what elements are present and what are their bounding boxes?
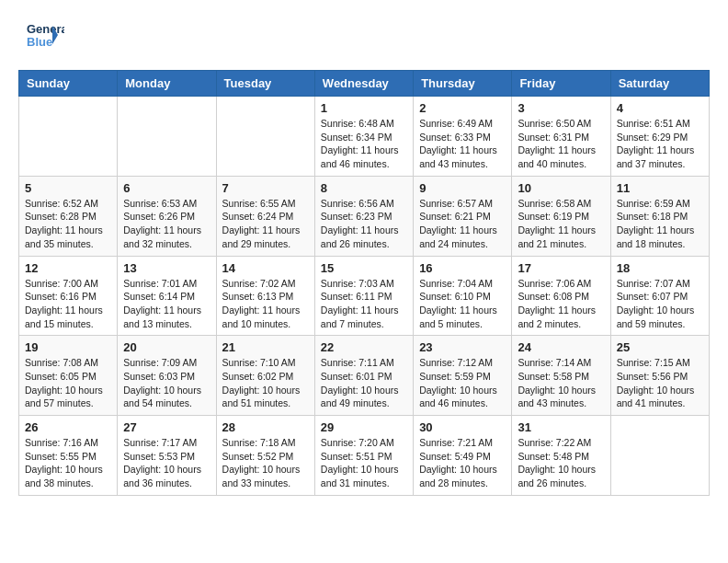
calendar-cell: 14Sunrise: 7:02 AM Sunset: 6:13 PM Dayli… (216, 256, 314, 336)
day-number: 8 (321, 181, 407, 195)
page-header: General Blue (18, 18, 710, 55)
day-number: 27 (123, 420, 210, 434)
calendar-week-row: 5Sunrise: 6:52 AM Sunset: 6:28 PM Daylig… (19, 176, 710, 256)
calendar-cell: 23Sunrise: 7:12 AM Sunset: 5:59 PM Dayli… (414, 336, 512, 416)
day-info: Sunrise: 7:17 AM Sunset: 5:53 PM Dayligh… (123, 436, 210, 490)
calendar-day-header: Saturday (610, 71, 709, 97)
day-number: 3 (518, 101, 604, 115)
day-number: 21 (222, 340, 309, 354)
day-info: Sunrise: 7:12 AM Sunset: 5:59 PM Dayligh… (419, 356, 506, 410)
calendar-day-header: Monday (118, 71, 216, 97)
day-number: 2 (419, 101, 506, 115)
day-info: Sunrise: 6:59 AM Sunset: 6:18 PM Dayligh… (617, 197, 703, 251)
calendar-cell: 24Sunrise: 7:14 AM Sunset: 5:58 PM Dayli… (512, 336, 610, 416)
day-info: Sunrise: 6:58 AM Sunset: 6:19 PM Dayligh… (518, 197, 604, 251)
day-info: Sunrise: 7:18 AM Sunset: 5:52 PM Dayligh… (222, 436, 309, 490)
day-info: Sunrise: 7:08 AM Sunset: 6:05 PM Dayligh… (25, 356, 111, 410)
day-number: 22 (321, 340, 407, 354)
calendar-day-header: Wednesday (314, 71, 413, 97)
calendar-cell (216, 97, 314, 177)
calendar-day-header: Thursday (414, 71, 512, 97)
calendar-cell: 16Sunrise: 7:04 AM Sunset: 6:10 PM Dayli… (414, 256, 512, 336)
svg-text:General: General (27, 22, 64, 36)
day-number: 19 (25, 340, 111, 354)
day-number: 24 (518, 340, 604, 354)
day-info: Sunrise: 7:00 AM Sunset: 6:16 PM Dayligh… (25, 277, 111, 331)
day-number: 1 (321, 101, 407, 115)
day-info: Sunrise: 7:14 AM Sunset: 5:58 PM Dayligh… (518, 356, 604, 410)
calendar-cell: 11Sunrise: 6:59 AM Sunset: 6:18 PM Dayli… (610, 176, 709, 256)
calendar-cell: 1Sunrise: 6:48 AM Sunset: 6:34 PM Daylig… (314, 97, 413, 177)
calendar-cell (118, 97, 216, 177)
calendar-cell: 30Sunrise: 7:21 AM Sunset: 5:49 PM Dayli… (414, 416, 512, 496)
day-info: Sunrise: 6:53 AM Sunset: 6:26 PM Dayligh… (123, 197, 210, 251)
day-number: 6 (123, 181, 210, 195)
day-number: 14 (222, 261, 309, 275)
svg-text:Blue: Blue (27, 35, 52, 49)
calendar-cell: 17Sunrise: 7:06 AM Sunset: 6:08 PM Dayli… (512, 256, 610, 336)
calendar-cell: 6Sunrise: 6:53 AM Sunset: 6:26 PM Daylig… (118, 176, 216, 256)
calendar-cell: 4Sunrise: 6:51 AM Sunset: 6:29 PM Daylig… (610, 97, 709, 177)
day-info: Sunrise: 7:06 AM Sunset: 6:08 PM Dayligh… (518, 277, 604, 331)
calendar-cell: 3Sunrise: 6:50 AM Sunset: 6:31 PM Daylig… (512, 97, 610, 177)
day-number: 23 (419, 340, 506, 354)
calendar-week-row: 26Sunrise: 7:16 AM Sunset: 5:55 PM Dayli… (19, 416, 710, 496)
day-info: Sunrise: 7:21 AM Sunset: 5:49 PM Dayligh… (419, 436, 506, 490)
calendar-cell: 26Sunrise: 7:16 AM Sunset: 5:55 PM Dayli… (19, 416, 118, 496)
day-info: Sunrise: 6:50 AM Sunset: 6:31 PM Dayligh… (518, 117, 604, 171)
day-info: Sunrise: 7:01 AM Sunset: 6:14 PM Dayligh… (123, 277, 210, 331)
day-number: 16 (419, 261, 506, 275)
day-info: Sunrise: 7:07 AM Sunset: 6:07 PM Dayligh… (617, 277, 703, 331)
day-info: Sunrise: 7:04 AM Sunset: 6:10 PM Dayligh… (419, 277, 506, 331)
calendar-day-header: Tuesday (216, 71, 314, 97)
day-number: 15 (321, 261, 407, 275)
calendar-cell: 27Sunrise: 7:17 AM Sunset: 5:53 PM Dayli… (118, 416, 216, 496)
calendar-cell: 22Sunrise: 7:11 AM Sunset: 6:01 PM Dayli… (314, 336, 413, 416)
day-info: Sunrise: 7:15 AM Sunset: 5:56 PM Dayligh… (617, 356, 703, 410)
calendar-cell: 2Sunrise: 6:49 AM Sunset: 6:33 PM Daylig… (414, 97, 512, 177)
day-number: 25 (617, 340, 703, 354)
calendar-cell: 19Sunrise: 7:08 AM Sunset: 6:05 PM Dayli… (19, 336, 118, 416)
calendar-table: SundayMondayTuesdayWednesdayThursdayFrid… (18, 70, 710, 496)
calendar-cell: 10Sunrise: 6:58 AM Sunset: 6:19 PM Dayli… (512, 176, 610, 256)
calendar-week-row: 12Sunrise: 7:00 AM Sunset: 6:16 PM Dayli… (19, 256, 710, 336)
day-number: 30 (419, 420, 506, 434)
calendar-cell: 15Sunrise: 7:03 AM Sunset: 6:11 PM Dayli… (314, 256, 413, 336)
day-info: Sunrise: 7:10 AM Sunset: 6:02 PM Dayligh… (222, 356, 309, 410)
day-number: 26 (25, 420, 111, 434)
calendar-cell: 13Sunrise: 7:01 AM Sunset: 6:14 PM Dayli… (118, 256, 216, 336)
calendar-cell: 31Sunrise: 7:22 AM Sunset: 5:48 PM Dayli… (512, 416, 610, 496)
day-number: 29 (321, 420, 407, 434)
logo: General Blue (18, 18, 64, 55)
day-number: 10 (518, 181, 604, 195)
day-info: Sunrise: 7:02 AM Sunset: 6:13 PM Dayligh… (222, 277, 309, 331)
day-info: Sunrise: 6:49 AM Sunset: 6:33 PM Dayligh… (419, 117, 506, 171)
day-number: 5 (25, 181, 111, 195)
day-info: Sunrise: 6:57 AM Sunset: 6:21 PM Dayligh… (419, 197, 506, 251)
day-number: 31 (518, 420, 604, 434)
day-number: 9 (419, 181, 506, 195)
calendar-week-row: 1Sunrise: 6:48 AM Sunset: 6:34 PM Daylig… (19, 97, 710, 177)
calendar-cell: 5Sunrise: 6:52 AM Sunset: 6:28 PM Daylig… (19, 176, 118, 256)
day-info: Sunrise: 6:51 AM Sunset: 6:29 PM Dayligh… (617, 117, 703, 171)
day-info: Sunrise: 7:16 AM Sunset: 5:55 PM Dayligh… (25, 436, 111, 490)
day-info: Sunrise: 7:09 AM Sunset: 6:03 PM Dayligh… (123, 356, 210, 410)
day-info: Sunrise: 7:20 AM Sunset: 5:51 PM Dayligh… (321, 436, 407, 490)
calendar-cell: 9Sunrise: 6:57 AM Sunset: 6:21 PM Daylig… (414, 176, 512, 256)
calendar-day-header: Friday (512, 71, 610, 97)
day-number: 18 (617, 261, 703, 275)
calendar-cell: 8Sunrise: 6:56 AM Sunset: 6:23 PM Daylig… (314, 176, 413, 256)
day-number: 12 (25, 261, 111, 275)
calendar-cell: 12Sunrise: 7:00 AM Sunset: 6:16 PM Dayli… (19, 256, 118, 336)
day-info: Sunrise: 6:52 AM Sunset: 6:28 PM Dayligh… (25, 197, 111, 251)
day-number: 13 (123, 261, 210, 275)
day-number: 28 (222, 420, 309, 434)
day-info: Sunrise: 6:56 AM Sunset: 6:23 PM Dayligh… (321, 197, 407, 251)
calendar-cell: 29Sunrise: 7:20 AM Sunset: 5:51 PM Dayli… (314, 416, 413, 496)
calendar-day-header: Sunday (19, 71, 118, 97)
calendar-cell (19, 97, 118, 177)
day-info: Sunrise: 6:48 AM Sunset: 6:34 PM Dayligh… (321, 117, 407, 171)
day-number: 7 (222, 181, 309, 195)
day-number: 4 (617, 101, 703, 115)
logo-icon: General Blue (18, 18, 64, 55)
